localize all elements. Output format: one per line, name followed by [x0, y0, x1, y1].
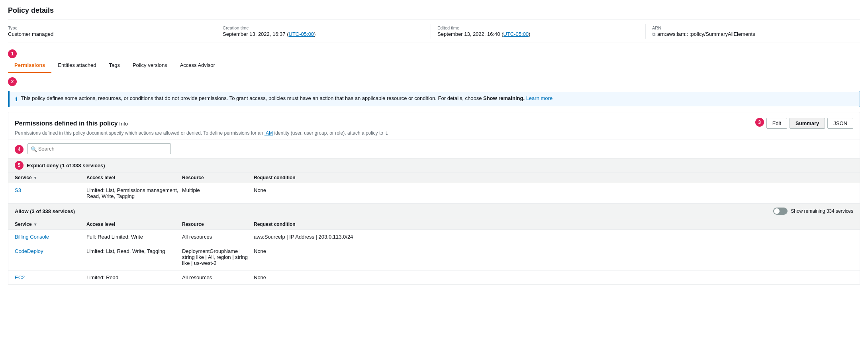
- edited-time-value: September 13, 2022, 16:40 (UTC-05:00): [437, 31, 639, 37]
- allow-resource-billing: All resources: [182, 234, 254, 240]
- deny-service-s3: S3: [15, 187, 86, 193]
- info-banner: ℹ This policy defines some actions, reso…: [8, 91, 860, 107]
- sort-service-icon[interactable]: ▼: [33, 176, 37, 180]
- permissions-header: Permissions defined in this policy Info …: [8, 112, 860, 139]
- allow-row-codedeploy: CodeDeploy Limited: List, Read, Write, T…: [8, 244, 860, 270]
- permissions-info-link[interactable]: Info: [119, 121, 128, 127]
- explicit-deny-header: Explicit deny (1 of 338 services): [27, 163, 105, 168]
- deny-row-s3: S3 Limited: List, Permissions management…: [8, 183, 860, 203]
- col-access-level-deny: Access level: [86, 175, 182, 180]
- iam-link[interactable]: IAM: [265, 130, 273, 136]
- tab-tags[interactable]: Tags: [102, 58, 126, 73]
- allow-table-header: Service ▼ Access level Resource Request …: [8, 219, 860, 230]
- info-icon: ℹ: [15, 96, 18, 103]
- creation-utc-link[interactable]: UTC-05:00: [289, 31, 314, 37]
- col-resource-deny: Resource: [182, 175, 254, 180]
- toggle-label: Show remaining 334 services: [791, 208, 853, 214]
- tab-policy-versions[interactable]: Policy versions: [126, 58, 174, 73]
- tab-access-advisor[interactable]: Access Advisor: [174, 58, 221, 73]
- edited-utc-link[interactable]: UTC-05:00: [504, 31, 529, 37]
- allow-section: Allow (3 of 338 services) Show remaining…: [8, 203, 860, 284]
- allow-resource-codedeploy: DeploymentGroupName | string like | All,…: [182, 248, 254, 266]
- permissions-btn-group: 3 Edit Summary JSON: [755, 118, 853, 129]
- deny-condition-s3: None: [254, 187, 853, 193]
- allow-service-codedeploy: CodeDeploy: [15, 248, 86, 254]
- col-access-level-allow: Access level: [86, 221, 182, 227]
- allow-section-header: Allow (3 of 338 services) Show remaining…: [8, 203, 860, 219]
- show-remaining-toggle-wrap: Show remaining 334 services: [773, 208, 853, 215]
- allow-access-level-billing: Full: Read Limited: Write: [86, 234, 182, 240]
- deny-access-level-s3: Limited: List, Permissions management, R…: [86, 187, 182, 199]
- metadata-edited: Edited time September 13, 2022, 16:40 (U…: [431, 24, 646, 39]
- allow-access-level-codedeploy: Limited: List, Read, Write, Tagging: [86, 248, 182, 254]
- allow-access-level-ec2: Limited: Read: [86, 274, 182, 280]
- learn-more-link[interactable]: Learn more: [526, 95, 553, 101]
- col-service-allow: Service ▼: [15, 221, 86, 227]
- search-bar-container: 4 🔍: [8, 139, 860, 158]
- show-remaining-toggle[interactable]: [773, 208, 788, 215]
- step-badge-1: 1: [8, 49, 17, 58]
- explicit-deny-table-header: Service ▼ Access level Resource Request …: [8, 172, 860, 183]
- col-resource-allow: Resource: [182, 221, 254, 227]
- col-request-condition-deny: Request condition: [254, 175, 853, 180]
- search-input-wrap: 🔍: [27, 143, 171, 154]
- step-badge-3: 3: [755, 118, 764, 127]
- page-title: Policy details: [8, 6, 860, 15]
- arn-value: ⧉ arn:aws:iam:: :policy/SummaryAllElemen…: [652, 31, 854, 37]
- tabs-container: Permissions Entities attached Tags Polic…: [8, 58, 860, 73]
- step-badge-2: 2: [8, 77, 17, 86]
- allow-condition-ec2: None: [254, 274, 853, 280]
- col-service-deny: Service ▼: [15, 175, 86, 180]
- allow-resource-ec2: All resources: [182, 274, 254, 280]
- allow-condition-billing: aws:SourceIp | IP Address | 203.0.113.0/…: [254, 234, 853, 240]
- metadata-type: Type Customer managed: [8, 24, 216, 39]
- explicit-deny-section: 5 Explicit deny (1 of 338 services) Serv…: [8, 158, 860, 203]
- toggle-slider: [773, 208, 788, 215]
- copy-arn-icon[interactable]: ⧉: [652, 31, 656, 37]
- allow-row-ec2: EC2 Limited: Read All resources None: [8, 270, 860, 284]
- tab-entities-attached[interactable]: Entities attached: [51, 58, 102, 73]
- json-button[interactable]: JSON: [827, 118, 853, 129]
- sort-allow-service-icon[interactable]: ▼: [33, 222, 37, 227]
- creation-time-value: September 13, 2022, 16:37 (UTC-05:00): [223, 31, 424, 37]
- tab-permissions[interactable]: Permissions: [8, 58, 51, 73]
- allow-service-billing: Billing Console: [15, 234, 86, 240]
- allow-header-label: Allow (3 of 338 services): [15, 208, 75, 214]
- summary-button[interactable]: Summary: [790, 118, 825, 129]
- metadata-bar: Type Customer managed Creation time Sept…: [8, 20, 860, 43]
- permissions-subtitle: Permissions defined in this policy docum…: [15, 130, 853, 136]
- metadata-creation: Creation time September 13, 2022, 16:37 …: [216, 24, 431, 39]
- step-badge-4: 4: [15, 145, 24, 154]
- allow-condition-codedeploy: None: [254, 248, 853, 254]
- metadata-arn: ARN ⧉ arn:aws:iam:: :policy/SummaryAllEl…: [646, 24, 860, 39]
- edit-button[interactable]: Edit: [766, 118, 787, 129]
- deny-resource-s3: Multiple: [182, 187, 254, 193]
- allow-row-billing: Billing Console Full: Read Limited: Writ…: [8, 230, 860, 244]
- permissions-section: Permissions defined in this policy Info …: [8, 112, 860, 285]
- page-container: Policy details Type Customer managed Cre…: [0, 0, 868, 291]
- search-input[interactable]: [27, 143, 171, 154]
- col-request-condition-allow: Request condition: [254, 221, 853, 227]
- search-icon: 🔍: [31, 146, 37, 152]
- allow-service-ec2: EC2: [15, 274, 86, 280]
- step-badge-5: 5: [15, 161, 24, 170]
- permissions-title: Permissions defined in this policy: [15, 120, 118, 127]
